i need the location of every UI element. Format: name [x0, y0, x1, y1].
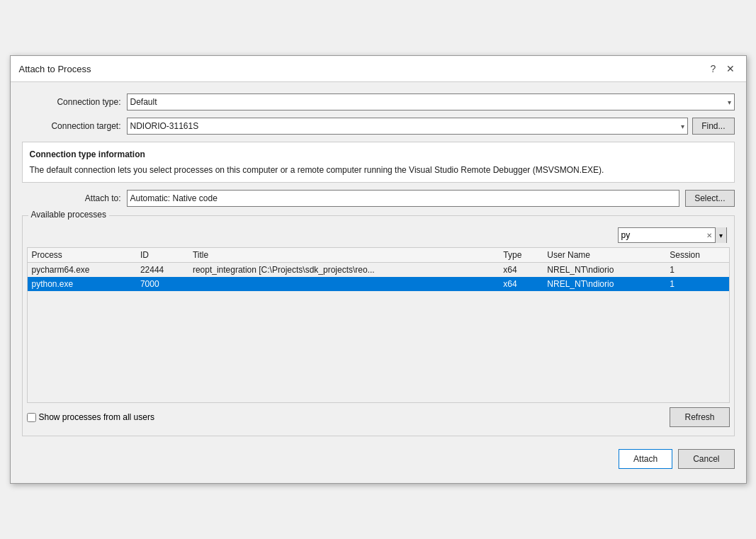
show-all-checkbox[interactable]: [27, 413, 36, 422]
help-button[interactable]: ?: [706, 62, 721, 76]
process-table-head: Process ID Title Type User Name Session: [28, 248, 729, 263]
connection-target-value: NDIORIO-31161S: [130, 121, 199, 131]
col-id: ID: [136, 248, 188, 263]
cell-title: [188, 277, 499, 291]
process-table-wrap: Process ID Title Type User Name Session …: [27, 247, 730, 403]
filter-clear-icon[interactable]: ✕: [704, 229, 715, 241]
table-row[interactable]: python.exe 7000 x64 NREL_NT\ndiorio 1: [28, 277, 729, 291]
title-bar: Attach to Process ? ✕: [11, 56, 746, 82]
cell-username: NREL_NT\ndiorio: [543, 263, 665, 278]
show-all-checkbox-row: Show processes from all users: [27, 412, 154, 422]
connection-type-label: Connection type:: [22, 97, 121, 107]
attach-to-value: Automatic: Native code: [127, 190, 680, 207]
col-username: User Name: [543, 248, 665, 263]
close-button[interactable]: ✕: [723, 62, 738, 76]
connection-type-row: Connection type: Default ▾: [22, 93, 735, 110]
process-table: Process ID Title Type User Name Session …: [28, 248, 729, 291]
connection-type-control: Default ▾: [127, 93, 735, 110]
info-box-title: Connection type information: [30, 148, 727, 161]
filter-row: ✕ ▾: [27, 225, 730, 247]
title-bar-left: Attach to Process: [19, 64, 91, 74]
cell-username: NREL_NT\ndiorio: [543, 277, 665, 291]
process-table-body: pycharm64.exe 22444 reopt_integration [C…: [28, 263, 729, 292]
cell-id: 7000: [136, 277, 188, 291]
available-processes-group: Available processes ✕ ▾ Process ID Titl: [22, 215, 735, 436]
cell-type: x64: [499, 263, 543, 278]
connection-target-combo[interactable]: NDIORIO-31161S ▾: [127, 118, 689, 135]
cell-session: 1: [665, 263, 728, 278]
col-process: Process: [28, 248, 136, 263]
connection-type-value: Default: [130, 97, 157, 107]
cell-title: reopt_integration [C:\Projects\sdk_proje…: [188, 263, 499, 278]
available-processes-title: Available processes: [28, 210, 110, 220]
cell-session: 1: [665, 277, 728, 291]
filter-input[interactable]: [619, 230, 704, 240]
cell-process: python.exe: [28, 277, 136, 291]
show-all-label: Show processes from all users: [39, 412, 154, 422]
connection-target-arrow: ▾: [681, 123, 684, 130]
col-type: Type: [499, 248, 543, 263]
filter-dropdown-arrow[interactable]: ▾: [715, 227, 726, 243]
connection-target-control: NDIORIO-31161S ▾ Find...: [127, 118, 735, 135]
filter-input-wrap: ✕ ▾: [618, 227, 727, 243]
col-title: Title: [188, 248, 499, 263]
info-box-text: The default connection lets you select p…: [30, 164, 727, 176]
bottom-section: Show processes from all users Refresh: [27, 403, 730, 431]
attach-to-process-dialog: Attach to Process ? ✕ Connection type: D…: [10, 55, 747, 484]
find-button[interactable]: Find...: [692, 118, 734, 135]
cell-id: 22444: [136, 263, 188, 278]
connection-target-row: Connection target: NDIORIO-31161S ▾ Find…: [22, 118, 735, 135]
attach-button[interactable]: Attach: [619, 449, 672, 469]
dialog-title: Attach to Process: [19, 64, 91, 74]
title-bar-controls: ? ✕: [706, 62, 738, 76]
connection-type-arrow: ▾: [728, 98, 731, 106]
col-session: Session: [665, 248, 728, 263]
attach-to-row: Attach to: Automatic: Native code Select…: [22, 190, 735, 207]
cell-process: pycharm64.exe: [28, 263, 136, 278]
footer-buttons: Attach Cancel: [22, 443, 735, 472]
refresh-button[interactable]: Refresh: [670, 407, 729, 427]
table-row[interactable]: pycharm64.exe 22444 reopt_integration [C…: [28, 263, 729, 278]
connection-type-combo[interactable]: Default ▾: [127, 93, 735, 110]
cancel-button[interactable]: Cancel: [678, 449, 734, 469]
connection-target-label: Connection target:: [22, 121, 121, 131]
process-table-header-row: Process ID Title Type User Name Session: [28, 248, 729, 263]
dialog-body: Connection type: Default ▾ Connection ta…: [11, 82, 746, 483]
cell-type: x64: [499, 277, 543, 291]
attach-to-label: Attach to:: [22, 193, 121, 203]
info-box: Connection type information The default …: [22, 142, 735, 183]
select-button[interactable]: Select...: [685, 190, 734, 207]
